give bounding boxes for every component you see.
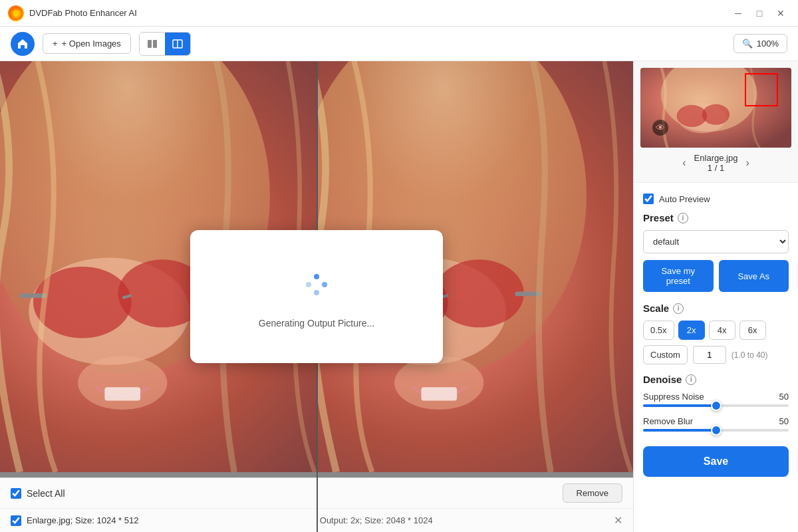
preset-dropdown[interactable]: default portrait landscape custom: [643, 230, 789, 253]
loading-modal: Generating Output Picture...: [190, 230, 443, 363]
plus-icon: +: [53, 39, 58, 49]
remove-blur-label: Remove Blur: [643, 416, 693, 426]
scale-label: Scale i: [643, 303, 789, 314]
custom-scale-input[interactable]: [693, 346, 726, 364]
scale-6x-button[interactable]: 6x: [739, 321, 766, 340]
scale-0-5x-button[interactable]: 0.5x: [643, 321, 674, 340]
app-title: DVDFab Photo Enhancer AI: [29, 8, 137, 18]
denoise-section: Denoise i Suppress Noise 50 Remove Blur …: [643, 374, 789, 432]
remove-blur-thumb[interactable]: [711, 425, 722, 436]
scale-range-label: (1.0 to 40): [732, 350, 768, 360]
close-file-button[interactable]: ✕: [614, 514, 622, 527]
open-images-button[interactable]: + + Open Images: [43, 33, 131, 54]
file-checkbox[interactable]: [11, 515, 21, 526]
scale-info-icon[interactable]: i: [673, 303, 684, 314]
svg-point-27: [322, 282, 327, 287]
select-all-left: Select All: [11, 488, 65, 499]
close-button[interactable]: ✕: [771, 4, 790, 23]
scale-4x-button[interactable]: 4x: [709, 321, 735, 340]
titlebar-left: DVDFab Photo Enhancer AI: [8, 5, 137, 21]
thumbnail-prev-button[interactable]: ‹: [682, 157, 686, 169]
suppress-noise-fill: [643, 404, 716, 407]
image-area: Generating Output Picture... Select All …: [0, 61, 633, 532]
sidebar: 👁 ‹ Enlarge.jpg 1 / 1 › Auto Preview: [633, 61, 798, 532]
split-view-button[interactable]: [140, 33, 165, 55]
preset-buttons: Save my preset Save As: [643, 260, 789, 292]
svg-point-14: [78, 356, 167, 410]
controls: Auto Preview Preset i default portrait l…: [634, 183, 798, 485]
select-all-label: Select All: [27, 488, 65, 499]
thumbnail-nav-center: Enlarge.jpg 1 / 1: [694, 153, 738, 173]
save-my-preset-button[interactable]: Save my preset: [643, 260, 714, 292]
open-images-label: + Open Images: [62, 39, 121, 49]
zoom-display: 🔍 100%: [733, 34, 787, 53]
main-layout: Generating Output Picture... Select All …: [0, 61, 798, 532]
svg-rect-15: [104, 387, 140, 400]
toolbar: + + Open Images 🔍 100%: [0, 27, 798, 61]
custom-scale-button[interactable]: Custom: [643, 345, 688, 364]
remove-blur-value: 50: [779, 416, 789, 426]
loading-text: Generating Output Picture...: [259, 318, 374, 329]
compare-view-button[interactable]: [165, 33, 190, 55]
svg-point-24: [394, 356, 483, 410]
scale-section: Scale i 0.5x 2x 4x 6x Custom (1.0 to 40): [643, 303, 789, 364]
auto-preview-row: Auto Preview: [643, 191, 789, 212]
remove-blur-slider[interactable]: [643, 429, 789, 432]
svg-rect-25: [421, 387, 457, 400]
denoise-label: Denoise i: [643, 374, 789, 385]
save-main-button[interactable]: Save: [643, 446, 789, 477]
zoom-icon: 🔍: [742, 39, 753, 49]
scale-buttons: 0.5x 2x 4x 6x: [643, 321, 789, 340]
zoom-label: 100%: [757, 39, 779, 49]
titlebar: DVDFab Photo Enhancer AI ─ □ ✕: [0, 0, 798, 27]
thumbnail-filename: Enlarge.jpg: [694, 153, 738, 163]
thumbnail-image: 👁: [640, 68, 791, 148]
svg-point-28: [314, 290, 319, 295]
thumbnail-eye-button[interactable]: 👁: [652, 120, 668, 136]
svg-point-26: [314, 274, 319, 279]
svg-rect-3: [153, 40, 157, 48]
home-button[interactable]: [11, 32, 35, 56]
remove-button[interactable]: Remove: [563, 483, 622, 503]
preset-info-icon[interactable]: i: [678, 213, 688, 223]
view-toggle: [139, 32, 191, 56]
suppress-noise-thumb[interactable]: [711, 400, 722, 411]
spinner: [297, 265, 336, 305]
scale-custom-row: Custom (1.0 to 40): [643, 345, 789, 364]
svg-point-34: [702, 104, 730, 125]
toolbar-left: + + Open Images: [11, 32, 191, 56]
svg-rect-2: [148, 40, 152, 48]
suppress-noise-slider[interactable]: [643, 404, 789, 407]
maximize-button[interactable]: □: [750, 4, 769, 23]
thumbnail-nav: ‹ Enlarge.jpg 1 / 1 ›: [640, 148, 791, 176]
file-left: Enlarge.jpg; Size: 1024 * 512: [11, 515, 138, 526]
auto-preview-label: Auto Preview: [659, 194, 710, 204]
titlebar-controls: ─ □ ✕: [729, 4, 790, 23]
denoise-info-icon[interactable]: i: [686, 374, 696, 385]
auto-preview-checkbox[interactable]: [643, 194, 654, 204]
thumbnail-focus-rect: [745, 73, 778, 106]
minimize-button[interactable]: ─: [729, 4, 747, 23]
save-as-button[interactable]: Save As: [719, 260, 789, 292]
thumbnail-page: 1 / 1: [694, 163, 738, 173]
select-all-checkbox[interactable]: [11, 488, 21, 499]
file-label: Enlarge.jpg; Size: 1024 * 512: [27, 515, 138, 525]
file-output: Output: 2x; Size: 2048 * 1024: [320, 515, 433, 525]
svg-point-20: [435, 259, 524, 327]
preset-section: Preset i default portrait landscape cust…: [643, 212, 789, 292]
suppress-noise-value: 50: [779, 392, 789, 402]
suppress-noise-label: Suppress Noise: [643, 392, 704, 402]
thumbnail-next-button[interactable]: ›: [745, 157, 749, 169]
remove-blur-fill: [643, 429, 716, 432]
svg-point-1: [13, 10, 19, 17]
svg-point-29: [306, 282, 311, 287]
thumbnail-area: 👁 ‹ Enlarge.jpg 1 / 1 ›: [634, 61, 798, 183]
scale-2x-button[interactable]: 2x: [678, 321, 705, 340]
preset-label: Preset i: [643, 212, 789, 223]
app-logo: [8, 5, 24, 21]
